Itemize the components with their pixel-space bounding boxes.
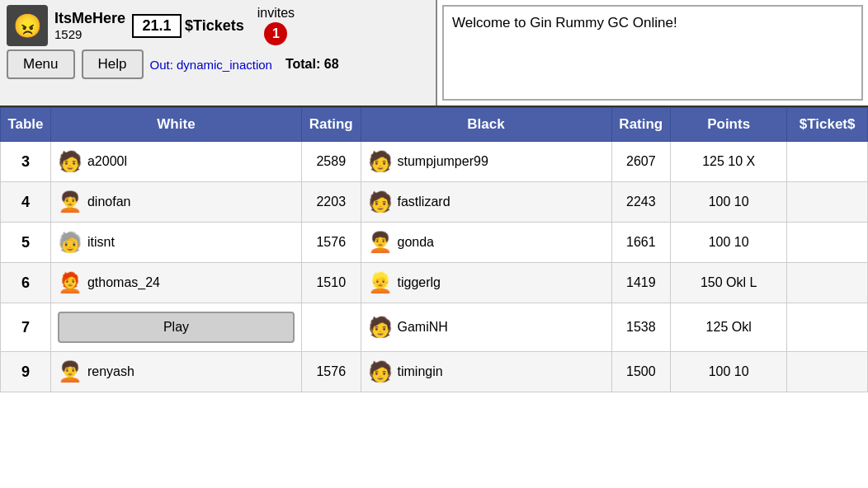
cell-points: 150 Okl L [671, 263, 787, 303]
cell-black-player: 🧑stumpjumper99 [361, 142, 611, 182]
white-player-icon: 🧑‍🦱 [58, 360, 83, 383]
cell-tickets [787, 142, 868, 182]
cell-black-rating: 1419 [611, 263, 671, 303]
cell-white-player[interactable]: Play [50, 303, 301, 352]
invites-block[interactable]: invites 1 [257, 6, 295, 45]
user-avatar: 😠 [7, 5, 48, 46]
total-count: Total: 68 [285, 57, 339, 72]
game-table: Table White Rating Black Rating Points $… [0, 107, 868, 392]
white-player-icon: 🧑‍🦰 [58, 271, 83, 294]
white-player-name: renyash [87, 364, 134, 379]
col-header-tickets: $Ticket$ [787, 108, 868, 142]
play-button[interactable]: Play [58, 312, 295, 343]
cell-table-num: 6 [1, 263, 51, 303]
table-row[interactable]: 6🧑‍🦰gthomas_241510👱tiggerlg1419150 Okl L [1, 263, 868, 303]
col-header-table: Table [1, 108, 51, 142]
white-player-name: a2000l [87, 154, 127, 169]
cell-white-player: 🧑‍🦱dinofan [50, 182, 301, 223]
cell-table-num: 5 [1, 223, 51, 263]
cell-table-num: 7 [1, 303, 51, 352]
cell-points: 100 10 [671, 223, 787, 263]
cell-white-rating: 1576 [301, 223, 361, 263]
out-status: Out: dynamic_inaction [150, 58, 272, 72]
header-top-row: 😠 ItsMeHere 1529 21.1 $Tickets invites 1 [7, 5, 429, 46]
cell-white-player: 🧑‍🦰gthomas_24 [50, 263, 301, 303]
cell-black-rating: 2243 [611, 182, 671, 223]
username-block: ItsMeHere 1529 [54, 10, 125, 41]
cell-points: 125 Okl [671, 303, 787, 352]
cell-points: 100 10 [671, 352, 787, 392]
table-row[interactable]: 9🧑‍🦱renyash1576🧑timingin1500100 10 [1, 352, 868, 392]
help-button[interactable]: Help [82, 49, 144, 79]
table-row[interactable]: 4🧑‍🦱dinofan2203🧑fastlizard2243100 10 [1, 182, 868, 223]
cell-black-player: 🧑‍🦱gonda [361, 223, 611, 263]
white-player-icon: 🧑‍🦱 [58, 190, 83, 214]
white-player-icon: 🧑 [58, 150, 83, 173]
black-player-name: timingin [398, 364, 443, 379]
col-header-rating-white: Rating [301, 108, 361, 142]
black-player-name: stumpjumper99 [398, 154, 488, 169]
white-player-name: dinofan [87, 195, 131, 209]
cell-white-rating: 2589 [301, 142, 361, 182]
cell-points: 100 10 [671, 182, 787, 223]
username: ItsMeHere [54, 10, 125, 27]
black-player-name: fastlizard [398, 195, 451, 209]
cell-black-rating: 2607 [611, 142, 671, 182]
cell-tickets [787, 303, 868, 352]
cell-points: 125 10 X [671, 142, 787, 182]
black-player-icon: 🧑 [368, 150, 393, 173]
user-rating: 1529 [54, 27, 125, 41]
black-player-name: GamiNH [398, 320, 448, 335]
invites-label: invites [257, 6, 295, 21]
cell-table-num: 4 [1, 182, 51, 223]
col-header-points: Points [671, 108, 787, 142]
cell-white-player: 🧓itisnt [50, 223, 301, 263]
table-header-row: Table White Rating Black Rating Points $… [1, 108, 868, 142]
cell-white-rating [301, 303, 361, 352]
cell-tickets [787, 263, 868, 303]
cell-tickets [787, 352, 868, 392]
black-player-icon: 🧑 [368, 190, 393, 214]
black-player-icon: 🧑‍🦱 [368, 231, 393, 254]
white-player-name: gthomas_24 [87, 275, 160, 290]
cell-black-player: 🧑fastlizard [361, 182, 611, 223]
cell-black-rating: 1500 [611, 352, 671, 392]
cell-table-num: 3 [1, 142, 51, 182]
cell-tickets [787, 223, 868, 263]
white-player-name: itisnt [87, 235, 115, 250]
welcome-panel: Welcome to Gin Rummy GC Online! [442, 5, 863, 101]
col-header-black: Black [361, 108, 611, 142]
welcome-message: Welcome to Gin Rummy GC Online! [452, 15, 677, 30]
cell-tickets [787, 182, 868, 223]
table-row[interactable]: 3🧑a2000l2589🧑stumpjumper992607125 10 X [1, 142, 868, 182]
cell-white-rating: 2203 [301, 182, 361, 223]
black-player-name: gonda [398, 235, 435, 250]
cell-black-player: 👱tiggerlg [361, 263, 611, 303]
cell-black-rating: 1661 [611, 223, 671, 263]
tickets-block: 21.1 $Tickets [132, 14, 244, 38]
tickets-value: 21.1 [132, 14, 182, 38]
cell-black-rating: 1538 [611, 303, 671, 352]
cell-black-player: 🧑timingin [361, 352, 611, 392]
white-player-icon: 🧓 [58, 231, 83, 254]
invites-badge[interactable]: 1 [264, 22, 287, 45]
cell-white-rating: 1510 [301, 263, 361, 303]
header-bottom-row: Menu Help Out: dynamic_inaction Total: 6… [7, 49, 429, 79]
header-left-panel: 😠 ItsMeHere 1529 21.1 $Tickets invites 1… [0, 0, 437, 106]
header-bar: 😠 ItsMeHere 1529 21.1 $Tickets invites 1… [0, 0, 868, 107]
black-player-icon: 🧑 [368, 360, 393, 383]
black-player-name: tiggerlg [398, 275, 441, 290]
cell-white-player: 🧑a2000l [50, 142, 301, 182]
cell-white-rating: 1576 [301, 352, 361, 392]
col-header-rating-black: Rating [611, 108, 671, 142]
black-player-icon: 🧑 [368, 316, 393, 339]
cell-black-player: 🧑GamiNH [361, 303, 611, 352]
cell-white-player: 🧑‍🦱renyash [50, 352, 301, 392]
black-player-icon: 👱 [368, 271, 393, 294]
table-row[interactable]: 5🧓itisnt1576🧑‍🦱gonda1661100 10 [1, 223, 868, 263]
menu-button[interactable]: Menu [7, 49, 75, 79]
col-header-white: White [50, 108, 301, 142]
tickets-label: $Tickets [185, 17, 244, 35]
cell-table-num: 9 [1, 352, 51, 392]
table-row[interactable]: 7Play🧑GamiNH1538125 Okl [1, 303, 868, 352]
